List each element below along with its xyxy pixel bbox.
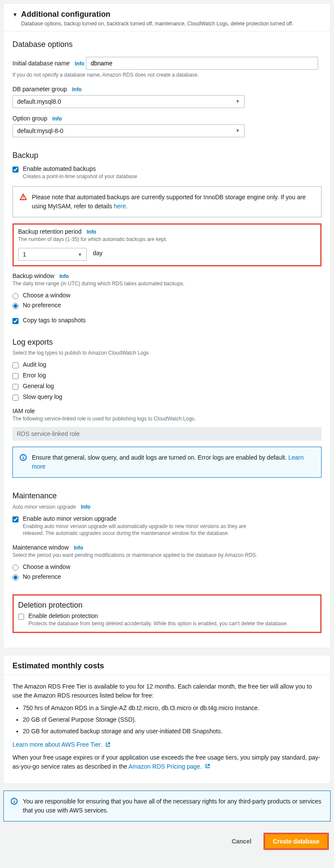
label-retention-unit: day: [93, 250, 103, 256]
additional-config-panel: ▼ Additional configuration Database opti…: [3, 3, 331, 648]
checkbox-auto-minor[interactable]: [12, 516, 18, 522]
label-auto-minor: Auto minor version upgrade: [12, 504, 76, 510]
label-backup-window: Backup window: [12, 272, 54, 279]
radio-bw-choose[interactable]: [12, 293, 18, 299]
label-error-log: Error log: [23, 372, 46, 379]
hint-maintenance-window: Select the period you want pending modif…: [12, 552, 322, 559]
caret-down-icon: ▼: [12, 12, 18, 18]
label-mw-choose: Choose a window: [23, 563, 70, 570]
hint-enable-auto-minor: Enabling auto minor version upgrade will…: [23, 523, 246, 537]
info-link-maintenance-window[interactable]: Info: [74, 545, 83, 551]
checkbox-enable-backups[interactable]: [12, 167, 18, 173]
hint-deletion-protection: Protects the database from being deleted…: [28, 620, 316, 627]
info-link-param-group[interactable]: Info: [72, 86, 82, 93]
info-link-backup-window[interactable]: Info: [59, 273, 69, 279]
section-db-options: Database options: [12, 40, 322, 49]
caret-down-icon: ▼: [236, 128, 240, 133]
hint-initial-db-name: If you do not specify a database name, A…: [12, 71, 322, 79]
checkbox-copy-tags[interactable]: [12, 318, 18, 324]
costs-intro: The Amazon RDS Free Tier is available to…: [12, 682, 322, 700]
link-free-tier[interactable]: Learn more about AWS Free Tier.: [12, 741, 102, 748]
highlight-create: Create database: [264, 833, 329, 850]
alert-responsibility-text: You are responsible for ensuring that yo…: [23, 797, 323, 815]
section-maintenance: Maintenance: [12, 491, 322, 500]
label-enable-auto-minor: Enable auto minor version upgrade: [23, 515, 322, 522]
svg-point-4: [23, 455, 24, 456]
section-backup: Backup: [12, 151, 322, 160]
label-retention: Backup retention period: [18, 228, 82, 235]
label-slow-log: Slow query log: [23, 393, 62, 400]
panel-subtitle: Database options, backup turned on, back…: [21, 21, 294, 27]
alert-log-info: Ensure that general, slow query, and aud…: [12, 447, 322, 478]
label-deletion-protection: Enable deletion protection: [28, 612, 316, 619]
highlight-deletion: Deletion protection Enable deletion prot…: [12, 594, 322, 633]
costs-panel: Estimated monthly costs The Amazon RDS F…: [3, 655, 331, 784]
label-audit-log: Audit log: [23, 361, 46, 368]
select-retention-days[interactable]: 1 ▼: [18, 248, 87, 261]
select-option-group-value: default:mysql-8-0: [17, 127, 63, 134]
checkbox-slow-log[interactable]: [12, 395, 18, 401]
radio-mw-nopref[interactable]: [12, 575, 18, 581]
info-link-initial-db-name[interactable]: Info: [75, 61, 84, 67]
select-option-group[interactable]: default:mysql-8-0 ▼: [12, 124, 245, 137]
caret-down-icon: ▼: [236, 99, 240, 104]
section-log-exports: Log exports: [12, 338, 322, 347]
warning-icon: [20, 193, 27, 211]
label-initial-db-name: Initial database name: [12, 60, 70, 67]
cancel-button[interactable]: Cancel: [226, 834, 257, 848]
label-maintenance-window: Maintenance window: [12, 544, 69, 551]
panel-title: Additional configuration: [21, 10, 294, 19]
label-iam-role: IAM role: [12, 408, 322, 414]
checkbox-general-log[interactable]: [12, 384, 18, 390]
input-initial-db-name[interactable]: [86, 57, 318, 70]
hint-iam-role: The following service-linked role is use…: [12, 415, 322, 423]
select-param-group-value: default.mysql8.0: [17, 98, 61, 105]
costs-bullet-3: 20 GB for automated backup storage and a…: [23, 727, 322, 736]
label-enable-backups: Enable automated backups: [23, 165, 322, 172]
label-param-group: DB parameter group: [12, 86, 67, 93]
link-backup-here[interactable]: here: [114, 203, 126, 210]
caret-down-icon: ▼: [78, 252, 82, 257]
panel-header[interactable]: ▼ Additional configuration Database opti…: [4, 4, 330, 31]
highlight-retention: Backup retention period Info The number …: [12, 223, 322, 267]
link-pricing[interactable]: Amazon RDS Pricing page.: [129, 763, 202, 770]
label-bw-choose: Choose a window: [23, 292, 70, 299]
hint-enable-backups: Creates a point-in-time snapshot of your…: [23, 173, 322, 180]
costs-title: Estimated monthly costs: [12, 661, 322, 670]
radio-mw-choose[interactable]: [12, 565, 18, 571]
external-link-icon: [105, 741, 110, 750]
info-icon: [20, 453, 27, 471]
svg-point-1: [23, 198, 24, 199]
field-iam-role: RDS service-linked role: [12, 427, 322, 441]
checkbox-deletion-protection[interactable]: [18, 614, 24, 620]
info-link-auto-minor[interactable]: Info: [81, 504, 90, 510]
svg-point-7: [14, 800, 15, 800]
select-retention-value: 1: [23, 251, 26, 258]
label-mw-nopref: No preference: [23, 573, 61, 580]
create-database-button[interactable]: Create database: [265, 834, 328, 849]
label-bw-nopref: No preference: [23, 302, 61, 309]
alert-log-text: Ensure that general, slow query, and aud…: [32, 454, 288, 461]
section-deletion: Deletion protection: [18, 601, 316, 610]
hint-backup-window: The daily time range (in UTC) during whi…: [12, 280, 322, 287]
info-icon: [11, 797, 18, 815]
alert-backup-text: Please note that automated backups are c…: [32, 194, 306, 210]
costs-bullet-1: 750 hrs of Amazon RDS in a Single-AZ db.…: [23, 704, 322, 713]
alert-backup-warning: Please note that automated backups are c…: [12, 186, 322, 217]
checkbox-audit-log[interactable]: [12, 362, 18, 368]
info-link-option-group[interactable]: Info: [52, 116, 62, 122]
costs-bullet-2: 20 GB of General Purpose Storage (SSD).: [23, 715, 322, 724]
label-option-group: Option group: [12, 115, 47, 122]
external-link-icon: [205, 762, 210, 771]
info-link-retention[interactable]: Info: [87, 229, 96, 235]
alert-responsibility: You are responsible for ensuring that yo…: [3, 791, 331, 822]
label-copy-tags: Copy tags to snapshots: [23, 317, 86, 324]
hint-log-exports: Select the log types to publish to Amazo…: [12, 349, 322, 357]
checkbox-error-log[interactable]: [12, 373, 18, 379]
hint-retention: The number of days (1-35) for which auto…: [18, 236, 316, 243]
footer-actions: Cancel Create database: [3, 828, 331, 853]
label-general-log: General log: [23, 383, 54, 389]
select-param-group[interactable]: default.mysql8.0 ▼: [12, 95, 245, 108]
radio-bw-nopref[interactable]: [12, 303, 18, 309]
